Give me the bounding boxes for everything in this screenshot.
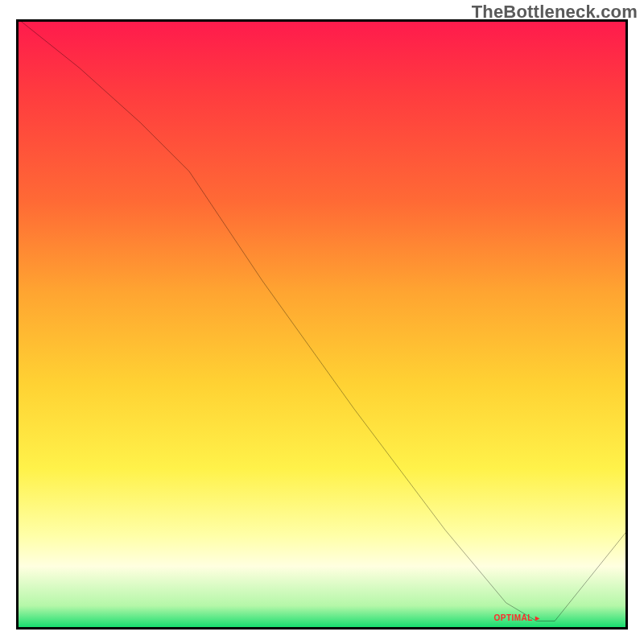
bottleneck-curve xyxy=(19,19,628,627)
chart-frame: TheBottleneck.com OPTIMAL ▸ xyxy=(0,0,644,644)
optimal-label: OPTIMAL ▸ xyxy=(493,613,539,622)
plot-area: OPTIMAL ▸ xyxy=(16,19,628,630)
